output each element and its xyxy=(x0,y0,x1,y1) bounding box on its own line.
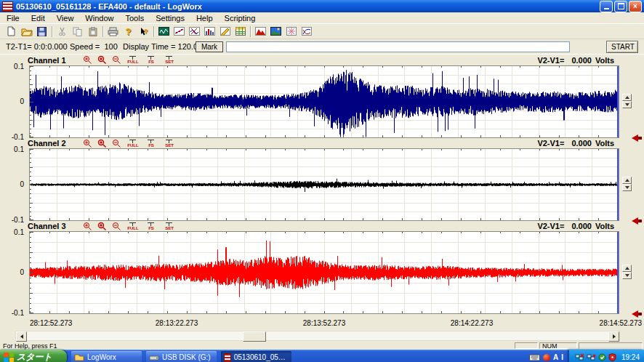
paste-icon[interactable] xyxy=(85,25,100,38)
channel-3-header: Channel 3 FULL FS SET V2-V1=0.000Volts xyxy=(0,221,644,231)
full-scale-icon[interactable]: FULL xyxy=(126,222,140,230)
y-tick-label: 0 xyxy=(20,97,24,105)
scroll-right-button[interactable] xyxy=(608,331,619,342)
menu-view[interactable]: View xyxy=(51,14,80,23)
network-disconnected-icon[interactable] xyxy=(575,353,584,361)
down-arrow-icon xyxy=(625,274,629,277)
full-scale-icon[interactable]: FULL xyxy=(126,140,140,148)
channel-1-marker-arrow-icon[interactable] xyxy=(632,134,642,142)
menu-scripting[interactable]: Scripting xyxy=(219,14,262,23)
horizontal-scrollbar[interactable] xyxy=(15,331,620,341)
logworx-app-icon[interactable] xyxy=(2,1,13,12)
close-button[interactable]: × xyxy=(629,1,642,12)
fs-scale-icon[interactable]: FS xyxy=(145,56,158,64)
channel-3-y-axis: 0.1 0 -0.1 xyxy=(0,231,29,314)
menu-edit[interactable]: Edit xyxy=(25,14,51,23)
keyboard-icon[interactable] xyxy=(529,354,540,361)
cut-icon[interactable] xyxy=(55,25,70,38)
help-icon[interactable]: ? xyxy=(121,25,136,38)
zoom-expand-icon[interactable] xyxy=(97,56,107,65)
set-scale-icon[interactable]: SET xyxy=(163,140,176,148)
menu-help[interactable]: Help xyxy=(190,14,219,23)
mark-text-input[interactable] xyxy=(226,41,570,52)
drive-icon xyxy=(149,354,159,361)
pattern-a-icon[interactable] xyxy=(283,25,299,38)
menu-tools[interactable]: Tools xyxy=(119,14,150,23)
logworx-app-icon xyxy=(224,353,231,362)
channel-2-plot[interactable] xyxy=(29,148,619,221)
display-time-readout: Display Time = 120.000s xyxy=(123,42,196,51)
zoom-in-icon[interactable] xyxy=(83,139,92,148)
status-panel xyxy=(515,342,538,349)
channel-3-waveform[interactable] xyxy=(30,232,619,313)
start-menu-button[interactable]: スタート xyxy=(0,350,67,362)
mark-button[interactable]: Mark xyxy=(196,41,223,52)
scale-up-button[interactable] xyxy=(622,94,632,101)
network-error-icon[interactable] xyxy=(587,353,596,361)
taskbar-item-usb-disk[interactable]: USB DISK (G:) xyxy=(146,351,217,362)
update-status-icon[interactable] xyxy=(598,353,606,361)
scatter-plot-icon[interactable] xyxy=(172,25,187,38)
scale-up-button[interactable] xyxy=(622,177,632,184)
security-alert-icon[interactable] xyxy=(608,353,616,361)
context-help-icon[interactable]: ? xyxy=(136,25,151,38)
zoom-out-icon[interactable] xyxy=(112,56,121,65)
channel-2-waveform[interactable] xyxy=(30,149,619,220)
waveform-display-icon[interactable] xyxy=(156,25,172,38)
scale-down-button[interactable] xyxy=(622,272,632,279)
status-help-text: For Help, press F1 xyxy=(1,342,513,350)
x-axis: 28:12:52.273 28:13:22.273 28:13:52.273 2… xyxy=(0,314,644,330)
fs-scale-icon[interactable]: FS xyxy=(145,140,158,148)
minimize-button[interactable] xyxy=(600,1,613,12)
menu-settings[interactable]: Settings xyxy=(150,14,190,23)
menu-window[interactable]: Window xyxy=(79,14,119,23)
set-scale-icon[interactable]: SET xyxy=(163,56,176,64)
peak-view-icon[interactable] xyxy=(253,25,268,38)
scroll-left-button[interactable] xyxy=(16,331,27,342)
zoom-expand-icon[interactable] xyxy=(97,139,107,148)
ime-mode-indicator[interactable]: A xyxy=(553,353,558,361)
zoom-expand-icon[interactable] xyxy=(97,222,107,230)
restore-button[interactable] xyxy=(614,1,627,12)
scale-down-button[interactable] xyxy=(622,184,632,191)
ime-toolbar-grip[interactable]: I xyxy=(561,353,563,361)
x-tick-label: 28:13:52.273 xyxy=(303,319,345,327)
x-tick-label: 28:13:22.273 xyxy=(156,319,198,327)
channel-3-marker-arrow-icon[interactable] xyxy=(632,310,642,318)
channel-3-plot[interactable] xyxy=(29,231,619,314)
channel-2-plot-row: 0.1 0 -0.1 xyxy=(0,148,644,221)
zoom-out-icon[interactable] xyxy=(112,222,121,230)
fft-plot-icon[interactable] xyxy=(187,25,202,38)
open-file-icon[interactable] xyxy=(19,25,34,38)
terrain-view-icon[interactable] xyxy=(268,25,283,38)
x-tick-label: 28:14:52.273 xyxy=(600,319,642,327)
zoom-out-icon[interactable] xyxy=(112,139,121,148)
scale-down-button[interactable] xyxy=(622,101,632,108)
taskbar-item-logworx-folder[interactable]: LogWorx xyxy=(71,351,142,362)
histogram-icon[interactable] xyxy=(202,25,217,38)
taskbar-item-logworx-window[interactable]: 05130610_05161128 -... xyxy=(221,351,291,362)
pattern-b-icon[interactable] xyxy=(299,25,314,38)
scale-up-button[interactable] xyxy=(622,265,632,272)
data-table-icon[interactable] xyxy=(233,25,248,38)
channel-1-label: Channel 1 xyxy=(28,56,74,65)
menu-file[interactable]: File xyxy=(1,14,25,23)
ime-language-icon[interactable] xyxy=(543,354,550,361)
print-icon[interactable] xyxy=(105,25,121,38)
full-scale-icon[interactable]: FULL xyxy=(126,56,140,64)
start-button[interactable]: START xyxy=(606,41,638,53)
zoom-in-icon[interactable] xyxy=(83,222,92,230)
scrollbar-thumb[interactable] xyxy=(243,331,266,342)
set-scale-icon[interactable]: SET xyxy=(163,222,176,230)
control-bar: T2-T1= 0:0:0.000 Speed = 100 Display Tim… xyxy=(0,39,644,54)
status-panel xyxy=(579,342,643,349)
save-icon[interactable] xyxy=(34,25,49,38)
copy-icon[interactable] xyxy=(70,25,85,38)
new-file-icon[interactable] xyxy=(4,25,19,38)
channel-2-marker-arrow-icon[interactable] xyxy=(632,217,642,225)
channel-1-waveform[interactable] xyxy=(30,66,619,137)
zoom-in-icon[interactable] xyxy=(83,56,92,65)
channel-1-plot[interactable] xyxy=(29,65,619,138)
fs-scale-icon[interactable]: FS xyxy=(145,222,158,230)
annotate-icon[interactable] xyxy=(217,25,233,38)
